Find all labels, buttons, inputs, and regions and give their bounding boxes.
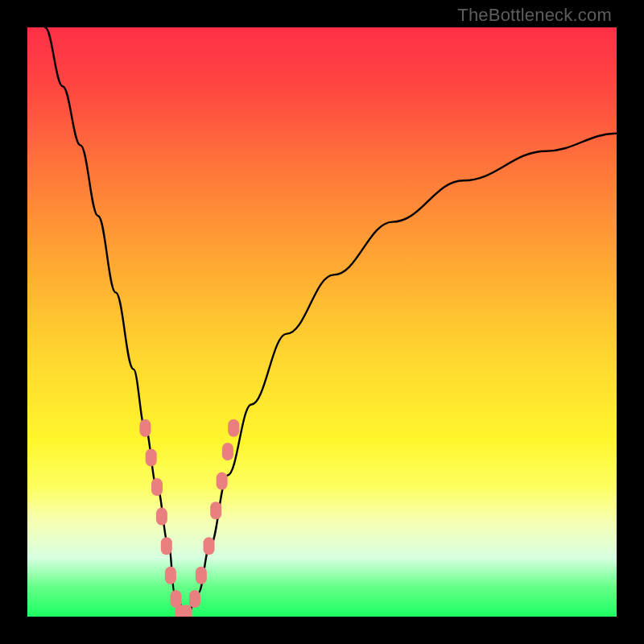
data-marker bbox=[222, 443, 233, 460]
data-marker bbox=[196, 567, 207, 584]
bottleneck-curve bbox=[45, 27, 617, 617]
chart-frame: TheBottleneck.com bbox=[0, 0, 644, 644]
data-marker bbox=[181, 605, 192, 617]
attribution-text: TheBottleneck.com bbox=[457, 5, 612, 26]
data-marker bbox=[151, 478, 163, 496]
data-marker bbox=[217, 473, 228, 490]
data-marker bbox=[204, 537, 215, 555]
plot-area bbox=[27, 27, 617, 617]
data-marker bbox=[228, 419, 239, 437]
data-marker bbox=[189, 590, 200, 608]
data-marker bbox=[165, 567, 176, 584]
data-marker bbox=[139, 419, 151, 437]
data-marker bbox=[156, 508, 167, 526]
data-marker bbox=[210, 502, 221, 519]
marker-group bbox=[139, 419, 239, 617]
data-marker bbox=[161, 537, 172, 555]
chart-svg bbox=[27, 27, 617, 617]
data-marker bbox=[146, 448, 157, 466]
